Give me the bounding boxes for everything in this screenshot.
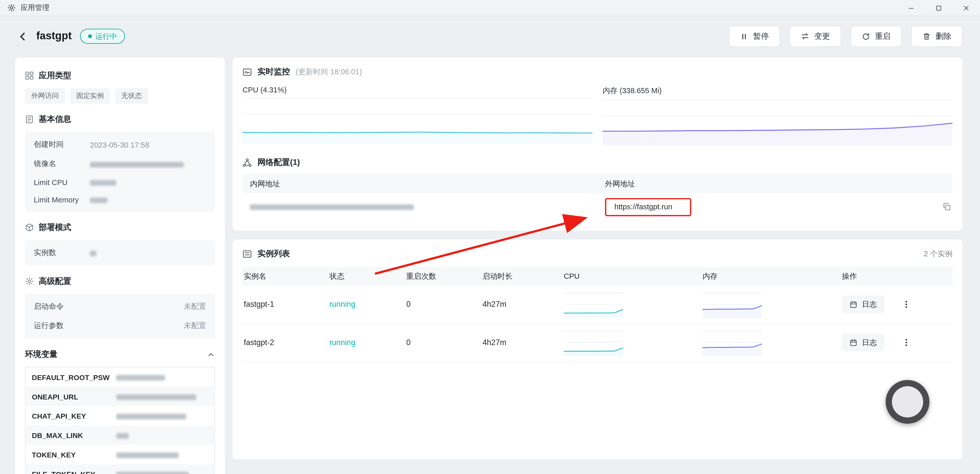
- cpu-chart: CPU (4.31%): [242, 86, 592, 145]
- window-minimize-button[interactable]: [897, 0, 925, 16]
- main-area: 实时监控 (更新时间 18:06:01) CPU (4.31%) 内存 (338…: [232, 57, 963, 459]
- memory-line-chart: [603, 99, 953, 145]
- window-close-button[interactable]: [953, 0, 980, 16]
- col-operations: 操作: [841, 271, 953, 282]
- instance-memory-sparkline: [701, 291, 841, 318]
- change-label: 变更: [815, 31, 830, 41]
- trash-icon: [923, 32, 931, 40]
- back-button[interactable]: [18, 31, 28, 41]
- instance-name: fastgpt-2: [242, 338, 328, 347]
- app-gear-icon: [7, 4, 16, 12]
- info-row-start-command: 启动命令 未配置: [25, 297, 215, 316]
- redacted-value: [110, 451, 215, 458]
- basic-info-panel: 创建时间 2023-05-30 17:58 镜像名 Limit CPU Limi…: [25, 132, 215, 212]
- external-url[interactable]: https://fastgpt.run: [614, 202, 672, 211]
- instance-restarts: 0: [405, 300, 482, 309]
- pause-button[interactable]: 暂停: [729, 25, 780, 47]
- instances-card: 实例列表 2 个实例 实例名 状态 重启次数 启动时长 CPU 内存 操作 fa…: [232, 239, 963, 460]
- info-row-run-args: 运行参数 未配置: [25, 316, 215, 336]
- instance-operations: 日志: [841, 334, 953, 351]
- info-row-image: 镜像名: [25, 154, 215, 174]
- cpu-line-chart: [242, 97, 592, 144]
- document-icon: [25, 115, 34, 124]
- chevron-up-icon[interactable]: [207, 350, 215, 358]
- delete-button[interactable]: 删除: [911, 25, 963, 47]
- env-key: DB_MAX_LINK: [25, 432, 110, 439]
- memory-chart: 内存 (338.655 Mi): [603, 86, 953, 145]
- monitor-title: 实时监控: [258, 66, 290, 78]
- header-actions: 暂停 变更 重启: [729, 25, 963, 47]
- deploy-mode-panel: 实例数: [25, 240, 215, 266]
- kebab-menu-icon[interactable]: [902, 337, 910, 347]
- instance-status: running: [328, 300, 405, 309]
- pause-label: 暂停: [753, 31, 768, 41]
- network-nodes-icon: [242, 158, 252, 167]
- instance-cpu-sparkline: [563, 329, 702, 356]
- charts-row: CPU (4.31%) 内存 (338.655 Mi): [242, 86, 953, 145]
- app-type-tags: 外网访问 固定实例 无状态: [25, 88, 215, 103]
- redacted-value: [110, 393, 215, 400]
- change-button[interactable]: 变更: [789, 25, 841, 47]
- env-row: DB_MAX_LINK: [25, 426, 214, 445]
- basic-info-title: 基本信息: [39, 114, 71, 125]
- instance-status: running: [328, 338, 405, 347]
- redacted-value: [90, 178, 116, 187]
- info-label: 创建时间: [34, 139, 90, 150]
- run-args-value: 未配置: [184, 321, 206, 331]
- redacted-value: [110, 432, 215, 439]
- instances-table-header: 实例名 状态 重启次数 启动时长 CPU 内存 操作: [242, 267, 953, 285]
- deploy-mode-title: 部署模式: [39, 222, 71, 233]
- status-dot-icon: [88, 35, 92, 38]
- network-table: 内网地址 外网地址 https://fastgpt.run: [242, 174, 953, 221]
- log-button[interactable]: 日志: [842, 296, 884, 313]
- col-instance-name: 实例名: [242, 271, 328, 282]
- col-memory: 内存: [701, 271, 841, 282]
- section-basic-info: 基本信息: [25, 114, 215, 125]
- col-uptime: 启动时长: [481, 271, 562, 282]
- env-vars-table: DEFAULT_ROOT_PSW ONEAPI_URL CHAT_API_KEY…: [25, 367, 215, 474]
- info-label: 运行参数: [34, 321, 90, 331]
- network-table-row: https://fastgpt.run: [242, 193, 953, 221]
- cursor-highlight: [886, 380, 929, 424]
- redacted-value: [110, 374, 215, 381]
- kebab-menu-icon[interactable]: [902, 299, 910, 309]
- col-restarts: 重启次数: [405, 271, 482, 282]
- env-vars-title: 环境变量: [25, 349, 57, 360]
- env-key: TOKEN_KEY: [25, 451, 110, 458]
- copy-icon[interactable]: [942, 202, 951, 211]
- log-calendar-icon: [849, 300, 858, 309]
- external-url-highlight-box: https://fastgpt.run: [605, 198, 691, 216]
- instance-operations: 日志: [841, 296, 953, 313]
- instance-uptime: 4h27m: [481, 338, 562, 347]
- info-label: 启动命令: [34, 301, 90, 312]
- external-address-cell: https://fastgpt.run: [598, 198, 953, 216]
- instances-table: 实例名 状态 重启次数 启动时长 CPU 内存 操作 fastgpt-1 run…: [242, 267, 953, 362]
- env-row: TOKEN_KEY: [25, 445, 214, 464]
- col-internal-address: 内网地址: [242, 178, 598, 189]
- instances-header: 实例列表 2 个实例: [242, 248, 953, 259]
- restart-button[interactable]: 重启: [851, 25, 902, 47]
- advanced-panel: 启动命令 未配置 运行参数 未配置: [25, 294, 215, 339]
- cpu-chart-label: CPU (4.31%): [242, 86, 592, 94]
- network-title: 网络配置(1): [258, 157, 300, 168]
- redacted-value: [90, 196, 108, 204]
- window-controls: [897, 0, 980, 16]
- section-app-type: 应用类型: [25, 70, 215, 81]
- log-button[interactable]: 日志: [842, 334, 884, 351]
- section-deploy-mode: 部署模式: [25, 222, 215, 233]
- info-label: 镜像名: [34, 159, 90, 170]
- internal-address-redacted: [242, 202, 598, 211]
- status-label: 运行中: [95, 32, 117, 41]
- app-window: 应用管理 fastgpt 运行中: [0, 0, 980, 474]
- gear-icon: [25, 277, 34, 286]
- instance-count: 2 个实例: [924, 248, 953, 259]
- window-maximize-button[interactable]: [925, 0, 953, 16]
- env-key: FILE_TOKEN_KEY: [25, 470, 110, 474]
- instance-cpu-sparkline: [563, 291, 702, 318]
- info-label: Limit Memory: [34, 196, 90, 204]
- env-key: ONEAPI_URL: [25, 393, 110, 400]
- grid-icon: [25, 71, 34, 80]
- col-cpu: CPU: [563, 272, 702, 280]
- table-row: fastgpt-1 running 0 4h27m: [242, 286, 953, 324]
- list-icon: [242, 249, 252, 259]
